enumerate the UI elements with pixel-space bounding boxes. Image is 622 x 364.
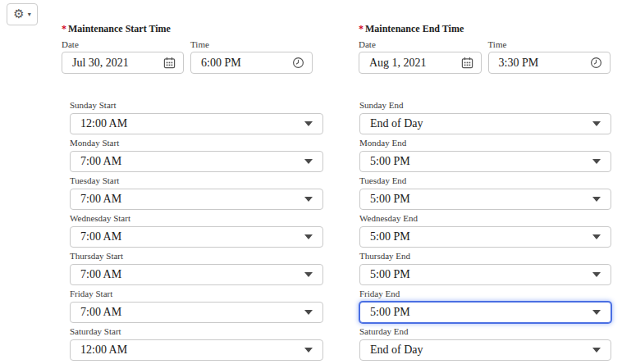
weekly-end-column: Sunday End End of Day Monday End 5:00 PM… <box>359 99 611 363</box>
select-value: 5:00 PM <box>370 155 410 168</box>
friday-end-label: Friday End <box>359 288 611 299</box>
chevron-down-icon <box>304 197 313 202</box>
select-thursday-start[interactable]: 7:00 AM <box>70 264 323 285</box>
tuesday-end-label: Tuesday End <box>359 175 611 186</box>
thursday-end-label: Thursday End <box>359 250 611 262</box>
saturday-start-label: Saturday Start <box>70 325 323 337</box>
end-date-value: Aug 1, 2021 <box>369 57 427 70</box>
chevron-down-icon <box>592 272 601 277</box>
select-value: End of Day <box>370 344 423 357</box>
select-value: End of Day <box>370 117 423 130</box>
chevron-down-icon <box>304 234 313 239</box>
select-value: 12:00 AM <box>80 344 127 357</box>
friday-start-label: Friday Start <box>70 288 323 299</box>
chevron-down-icon <box>592 121 601 126</box>
select-value: 5:00 PM <box>370 306 410 319</box>
maintenance-end-section: *Maintenance End Time Date Aug 1, 2021 <box>359 23 611 74</box>
select-value: 7:00 AM <box>80 230 121 243</box>
chevron-down-icon: ▾ <box>28 11 31 18</box>
start-time-label: Time <box>190 39 313 50</box>
calendar-icon[interactable] <box>461 57 473 69</box>
start-date-label: Date <box>62 39 184 50</box>
start-time-value: 6:00 PM <box>201 57 241 70</box>
chevron-down-icon <box>304 121 313 126</box>
start-time-input[interactable]: 6:00 PM <box>190 52 313 74</box>
end-time-input[interactable]: 3:30 PM <box>488 52 611 74</box>
end-date-input[interactable]: Aug 1, 2021 <box>359 52 482 74</box>
chevron-down-icon <box>304 348 313 353</box>
end-time-label: Time <box>488 39 611 50</box>
select-value: 7:00 AM <box>80 268 121 281</box>
sunday-end-label: Sunday End <box>359 99 611 111</box>
sunday-start-label: Sunday Start <box>70 99 323 111</box>
clock-icon[interactable] <box>590 57 602 69</box>
end-date-label: Date <box>359 39 482 50</box>
select-friday-start[interactable]: 7:00 AM <box>70 302 323 323</box>
required-asterisk: * <box>359 23 364 34</box>
select-wednesday-end[interactable]: 5:00 PM <box>359 226 611 248</box>
maintenance-schedule-form: ⚙ ▾ *Maintenance Start Time Date Jul 30,… <box>0 0 622 364</box>
wednesday-end-label: Wednesday End <box>359 212 611 224</box>
required-asterisk: * <box>62 23 66 34</box>
select-monday-end[interactable]: 5:00 PM <box>359 151 611 172</box>
start-date-value: Jul 30, 2021 <box>72 57 129 70</box>
chevron-down-icon <box>592 348 601 353</box>
select-value: 7:00 AM <box>80 155 121 168</box>
start-date-input[interactable]: Jul 30, 2021 <box>62 52 184 74</box>
monday-start-label: Monday Start <box>70 137 323 148</box>
clock-icon[interactable] <box>292 57 304 69</box>
chevron-down-icon <box>592 234 601 239</box>
maintenance-start-section: *Maintenance Start Time Date Jul 30, 202… <box>62 23 313 74</box>
settings-menu-button[interactable]: ⚙ ▾ <box>7 3 38 25</box>
maintenance-start-title: *Maintenance Start Time <box>62 23 313 34</box>
select-saturday-end[interactable]: End of Day <box>359 339 611 361</box>
select-value: 7:00 AM <box>80 306 121 319</box>
select-monday-start[interactable]: 7:00 AM <box>70 151 323 172</box>
chevron-down-icon <box>304 159 313 164</box>
calendar-icon[interactable] <box>163 57 176 69</box>
select-wednesday-start[interactable]: 7:00 AM <box>70 226 323 248</box>
select-sunday-start[interactable]: 12:00 AM <box>70 113 323 134</box>
end-time-value: 3:30 PM <box>499 57 539 70</box>
chevron-down-icon <box>592 310 601 315</box>
select-friday-end[interactable]: 5:00 PM <box>359 302 611 323</box>
section-title-text: Maintenance End Time <box>365 23 464 34</box>
select-thursday-end[interactable]: 5:00 PM <box>359 264 611 285</box>
select-tuesday-end[interactable]: 5:00 PM <box>359 189 611 210</box>
maintenance-end-title: *Maintenance End Time <box>359 23 611 34</box>
chevron-down-icon <box>304 310 313 315</box>
gear-icon: ⚙ <box>13 8 24 20</box>
select-value: 5:00 PM <box>370 193 410 206</box>
tuesday-start-label: Tuesday Start <box>70 175 323 186</box>
select-value: 12:00 AM <box>80 117 127 130</box>
weekly-start-column: Sunday Start 12:00 AM Monday Start 7:00 … <box>70 99 323 363</box>
chevron-down-icon <box>592 159 601 164</box>
wednesday-start-label: Wednesday Start <box>70 212 323 224</box>
select-value: 5:00 PM <box>370 268 410 281</box>
select-saturday-start[interactable]: 12:00 AM <box>70 339 323 361</box>
chevron-down-icon <box>592 197 601 202</box>
select-tuesday-start[interactable]: 7:00 AM <box>70 189 323 210</box>
select-sunday-end[interactable]: End of Day <box>359 113 611 134</box>
monday-end-label: Monday End <box>359 137 611 148</box>
select-value: 5:00 PM <box>370 230 410 243</box>
section-title-text: Maintenance Start Time <box>68 23 171 34</box>
select-value: 7:00 AM <box>80 193 121 206</box>
chevron-down-icon <box>304 272 313 277</box>
saturday-end-label: Saturday End <box>359 325 611 337</box>
thursday-start-label: Thursday Start <box>70 250 323 262</box>
